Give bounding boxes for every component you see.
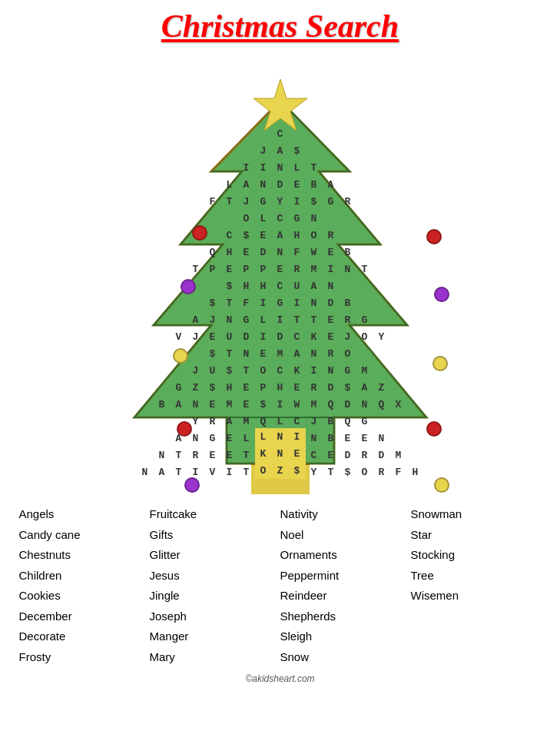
grid-cell: T [187, 261, 204, 277]
word-item: Snowman [411, 506, 542, 523]
grid-cell: $ [204, 294, 221, 311]
grid-cell: G [289, 210, 306, 227]
grid-cell: Y [306, 464, 323, 480]
grid-cell: I [255, 294, 272, 311]
grid-cell: B [323, 430, 340, 447]
grid-cell: G [238, 311, 255, 328]
grid-cell: Q [204, 244, 221, 261]
grid-cell: A [154, 464, 171, 480]
grid-cell: E [204, 396, 221, 413]
word-item: Reindeer [280, 587, 411, 605]
grid-cell: L [221, 176, 238, 193]
grid-cell: E [255, 345, 272, 362]
ornament-10 [434, 477, 449, 493]
trunk-cell: Z [272, 462, 289, 479]
trunk-cell: E [289, 445, 306, 462]
grid-cell: E [323, 311, 340, 328]
word-item: Children [19, 567, 150, 585]
ornament-7 [434, 287, 449, 302]
grid-cell: T [171, 447, 187, 464]
grid-cell: U [289, 277, 306, 294]
grid-cell: $ [221, 277, 238, 294]
ornament-6 [426, 229, 442, 244]
grid-cell: J [238, 193, 255, 210]
grid-cell: A [171, 396, 187, 413]
word-item: Gifts [150, 527, 280, 544]
word-item: Shepherds [280, 608, 411, 626]
grid-cell: T [238, 464, 255, 480]
grid-cell: B [340, 244, 356, 261]
grid-cell: J [204, 311, 221, 328]
grid-cell: H [255, 277, 272, 294]
grid-cell: E [272, 261, 289, 277]
word-list-section: AngelsCandy caneChestnutsChildrenCookies… [12, 506, 549, 666]
grid-cell: Y [272, 193, 289, 210]
grid-cell: O [238, 210, 255, 227]
grid-cell: K [306, 328, 323, 345]
word-grid: CJA$IINLTLANDEBAFTJGYI$GROLCGNC$EAHORQHE… [137, 125, 424, 480]
grid-cell: E [204, 447, 221, 464]
grid-cell: A [306, 277, 323, 294]
grid-cell: O [340, 345, 356, 362]
grid-row: LANDEBA [221, 176, 340, 193]
grid-row: JA$ [255, 142, 306, 159]
grid-cell: T [171, 464, 187, 480]
grid-cell: P [255, 261, 272, 277]
grid-cell: $ [306, 193, 323, 210]
grid-cell: A [272, 142, 289, 159]
trunk-grid: LNIKNEOZ$ [255, 428, 306, 479]
grid-row: QHEDNFWEB [204, 244, 356, 261]
grid-cell: D [255, 244, 272, 261]
word-item: Star [411, 527, 542, 544]
grid-cell: R [340, 193, 356, 210]
grid-row: TPEPPERMINT [187, 261, 373, 277]
grid-cell: B [323, 413, 340, 430]
grid-cell: U [204, 362, 221, 379]
word-column-1: AngelsCandy caneChestnutsChildrenCookies… [19, 506, 150, 666]
grid-cell: $ [289, 142, 306, 159]
word-item: Stocking [411, 547, 542, 564]
grid-cell: T [221, 345, 238, 362]
grid-cell: F [204, 193, 221, 210]
grid-cell: N [137, 464, 154, 480]
grid-cell: D [272, 176, 289, 193]
grid-cell: H [238, 277, 255, 294]
grid-cell: N [356, 396, 373, 413]
grid-row: BANEME$IWMQDNQX [154, 396, 407, 413]
word-item: Jesus [150, 567, 280, 585]
grid-cell: H [407, 464, 424, 480]
grid-cell: A [171, 430, 187, 447]
grid-cell: N [221, 311, 238, 328]
grid-cell: F [289, 244, 306, 261]
word-item: Noel [280, 527, 411, 544]
word-item: Manger [150, 628, 280, 646]
grid-cell: G [356, 311, 373, 328]
grid-cell: H [272, 379, 289, 396]
grid-cell: $ [204, 345, 221, 362]
word-item: Sleigh [280, 628, 411, 646]
grid-cell: J [340, 328, 356, 345]
grid-cell: M [356, 362, 373, 379]
grid-cell: E [204, 328, 221, 345]
grid-cell: $ [340, 379, 356, 396]
ornament-9 [426, 421, 442, 437]
grid-cell: I [306, 362, 323, 379]
trunk-cell: N [272, 428, 289, 445]
grid-cell: M [221, 396, 238, 413]
grid-cell: C [272, 125, 289, 142]
grid-cell: D [323, 294, 340, 311]
grid-row: OLCGN [238, 210, 323, 227]
grid-cell: N [323, 362, 340, 379]
grid-cell: L [238, 430, 255, 447]
grid-cell: J [187, 362, 204, 379]
grid-cell: A [272, 227, 289, 244]
grid-cell: Q [340, 413, 356, 430]
grid-cell: $ [221, 362, 238, 379]
trunk-cell: K [255, 445, 272, 462]
word-item: Angels [19, 506, 150, 523]
grid-cell: T [221, 193, 238, 210]
grid-cell: E [323, 328, 340, 345]
grid-cell: I [187, 464, 204, 480]
grid-cell: A [238, 176, 255, 193]
grid-cell: C [221, 227, 238, 244]
